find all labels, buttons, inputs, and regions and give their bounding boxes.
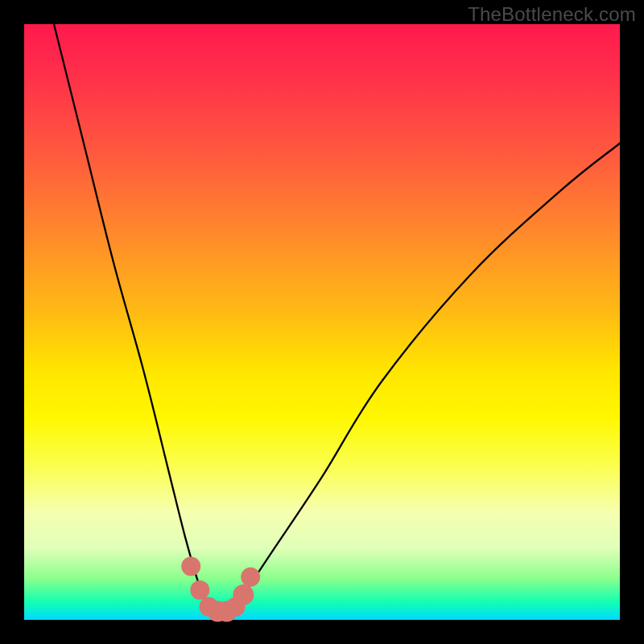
highlight-marker: [233, 584, 254, 605]
curve-group: [54, 24, 620, 614]
chart-stage: TheBottleneck.com: [0, 0, 644, 644]
highlight-marker: [181, 556, 200, 576]
plot-area: [24, 24, 620, 620]
chart-svg: [24, 24, 620, 620]
highlight-marker: [190, 580, 209, 600]
highlight-marker: [241, 568, 260, 587]
marker-group: [181, 556, 260, 621]
watermark-text: TheBottleneck.com: [468, 3, 636, 26]
bottleneck-curve-path: [54, 24, 620, 614]
